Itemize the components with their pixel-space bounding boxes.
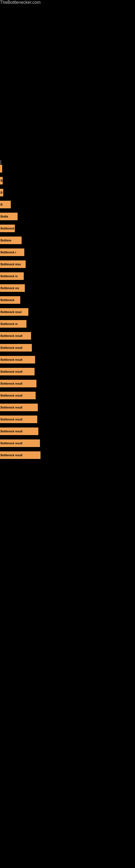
bar-fill-9: Bottleneck resu [0,260,26,268]
bar-text-8: Bottleneck r [1,251,16,254]
bar-row-11: Bottleneck res [0,282,135,294]
bar-fill-12: Bottleneck [0,296,20,304]
bar-text-9: Bottleneck resu [1,263,21,266]
bar-row-20: Bottleneck result [0,390,135,401]
bar-fill-6: Bottleneck [0,225,15,232]
bar-fill-19: Bottleneck result [0,380,37,388]
bar-row-19: Bottleneck result [0,378,135,390]
bar-row-4: B [0,198,135,211]
chart-area [0,5,135,167]
bar-row-12: Bottleneck [0,294,135,306]
bar-fill-23: Bottleneck result [0,428,38,435]
bar-text-7: Bottlene [1,239,11,242]
bar-row-25: Bottleneck result [0,449,135,461]
bar-row-24: Bottleneck result [0,437,135,449]
bar-row-16: Bottleneck result [0,342,135,354]
bar-row-6: Bottleneck [0,222,135,235]
bar-fill-15: Bottleneck result [0,332,31,340]
bar-row-17: Bottleneck result [0,354,135,366]
bar-text-20: Bottleneck result [1,394,22,397]
bar-text-4: B [1,203,2,206]
bar-fill-14: Bottleneck re [0,320,27,328]
bar-text-6: Bottleneck [1,227,14,230]
bar-fill-7: Bottlene [0,237,21,244]
bar-row-5: Bottle [0,211,135,222]
bar-row-14: Bottleneck re [0,318,135,330]
bar-row-15: Bottleneck result [0,330,135,342]
bar-text-5: Bottle [1,215,8,218]
bar-fill-4: B [0,201,11,208]
bar-text-10: Bottleneck re [1,275,17,278]
bar-row-8: Bottleneck r [0,246,135,258]
bar-row-1 [0,163,135,175]
bar-fill-11: Bottleneck res [0,284,25,292]
bar-fill-3: B [0,189,3,196]
bar-text-11: Bottleneck res [1,287,19,290]
bar-fill-20: Bottleneck result [0,392,36,399]
bar-text-23: Bottleneck result [1,430,22,433]
bar-row-10: Bottleneck re [0,270,135,282]
bars-container: BBBBottleBottleneckBottleneBottleneck rB… [0,163,135,461]
bar-fill-10: Bottleneck re [0,272,24,280]
bar-fill-24: Bottleneck result [0,439,40,447]
bar-row-2: B [0,175,135,187]
bar-text-2: B [1,179,2,182]
bar-row-23: Bottleneck result [0,425,135,437]
bar-row-22: Bottleneck result [0,413,135,425]
bar-text-12: Bottleneck [1,299,14,302]
bar-text-18: Bottleneck result [1,370,22,373]
bar-row-21: Bottleneck result [0,401,135,413]
bar-row-13: Bottleneck resul [0,306,135,318]
bar-text-16: Bottleneck result [1,346,22,349]
bar-text-21: Bottleneck result [1,406,22,409]
bar-text-22: Bottleneck result [1,418,22,421]
bar-row-7: Bottlene [0,235,135,246]
bar-fill-16: Bottleneck result [0,344,32,351]
bar-text-15: Bottleneck result [1,335,22,337]
bar-fill-13: Bottleneck resul [0,308,28,316]
bar-fill-18: Bottleneck result [0,368,35,375]
bar-text-14: Bottleneck re [1,322,17,326]
bar-text-19: Bottleneck result [1,382,22,385]
bar-row-18: Bottleneck result [0,366,135,378]
bar-text-25: Bottleneck result [1,454,22,457]
bar-text-17: Bottleneck result [1,358,22,361]
site-title: TheBottlenecker.com [0,0,135,5]
bar-fill-25: Bottleneck result [0,452,41,459]
bar-fill-1 [0,165,2,173]
bar-fill-8: Bottleneck r [0,248,24,256]
bar-text-24: Bottleneck result [1,442,22,445]
bar-row-9: Bottleneck resu [0,258,135,270]
bar-fill-2: B [0,177,3,184]
bar-text-13: Bottleneck resul [1,311,21,314]
bar-fill-5: Bottle [0,213,17,220]
bar-row-3: B [0,187,135,198]
bar-fill-22: Bottleneck result [0,415,37,423]
bar-fill-17: Bottleneck result [0,356,35,364]
bar-text-3: B [1,191,2,194]
bar-fill-21: Bottleneck result [0,404,38,411]
